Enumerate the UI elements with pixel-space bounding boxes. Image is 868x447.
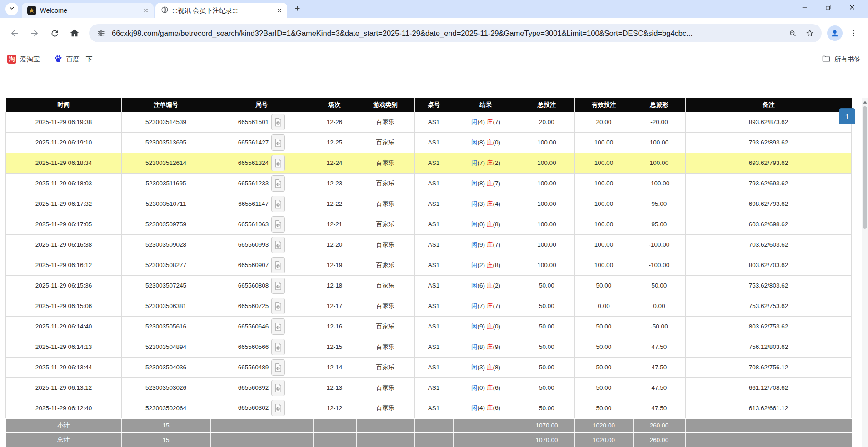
cell-total-bet[interactable]: 50.00	[519, 377, 575, 398]
cell-total-bet[interactable]: 50.00	[519, 296, 575, 316]
video-replay-button[interactable]	[271, 155, 285, 171]
home-button[interactable]	[65, 24, 84, 42]
cell-total-bet[interactable]: 100.00	[519, 194, 575, 214]
table-row[interactable]: 2025-11-29 06:12:40 523003502064 6655603…	[6, 398, 852, 418]
cell-valid-bet: 20.00	[575, 112, 633, 132]
cell-total-bet[interactable]: 100.00	[519, 132, 575, 153]
cell-game-type: 百家乐	[356, 357, 415, 377]
table-row[interactable]: 2025-11-29 06:13:44 523003504036 6655604…	[6, 357, 852, 377]
cell-total-bet[interactable]: 100.00	[519, 214, 575, 234]
table-row[interactable]: 2025-11-29 06:14:40 523003505616 6655606…	[6, 316, 852, 337]
table-row[interactable]: 2025-11-29 06:17:32 523003510711 6655611…	[6, 194, 852, 214]
video-replay-button[interactable]	[271, 134, 285, 151]
cell-total-bet[interactable]: 100.00	[519, 153, 575, 173]
table-row[interactable]: 2025-11-29 06:16:38 523003509028 6655609…	[6, 234, 852, 255]
cell-session: 12-12	[313, 398, 356, 418]
bookmark-star-icon[interactable]	[803, 27, 816, 40]
video-replay-button[interactable]	[271, 216, 285, 233]
tab-search-button[interactable]	[5, 3, 18, 15]
address-bar[interactable]: 66cxkj98.com/game/betrecord_search/kind3…	[89, 24, 822, 42]
bookmark-baidu[interactable]: 百度一下	[54, 54, 93, 65]
table-row[interactable]: 2025-11-29 06:17:05 523003509759 6655610…	[6, 214, 852, 234]
video-replay-button[interactable]	[271, 380, 285, 396]
cell-table-id: AS1	[415, 132, 453, 153]
cell-total-bet[interactable]: 100.00	[519, 255, 575, 275]
cell-total-bet[interactable]: 50.00	[519, 316, 575, 337]
table-row[interactable]: 2025-11-29 06:19:38 523003514539 6655615…	[6, 112, 852, 132]
scroll-up-icon[interactable]	[862, 99, 868, 105]
cell-table-id: AS1	[415, 112, 453, 132]
video-replay-button[interactable]	[271, 298, 285, 314]
cell-round-id: 665561324	[210, 153, 313, 173]
table-row[interactable]: 2025-11-29 06:18:34 523003512614 6655613…	[6, 153, 852, 173]
cell-time: 2025-11-29 06:17:32	[6, 194, 122, 214]
back-button[interactable]	[5, 24, 24, 42]
cell-session: 12-18	[313, 275, 356, 296]
table-row[interactable]: 2025-11-29 06:14:13 523003504894 6655605…	[6, 337, 852, 357]
video-replay-button[interactable]	[271, 278, 285, 294]
video-replay-button[interactable]	[271, 339, 285, 355]
site-info-icon[interactable]	[95, 27, 107, 40]
video-file-icon	[274, 383, 282, 392]
divider	[816, 54, 816, 64]
scrollbar[interactable]	[862, 98, 868, 447]
browser-menu-button[interactable]	[844, 24, 863, 42]
cell-total-bet[interactable]: 50.00	[519, 357, 575, 377]
cell-game-type: 百家乐	[356, 173, 415, 194]
zoom-icon[interactable]	[786, 27, 799, 40]
video-replay-button[interactable]	[271, 400, 285, 416]
video-replay-button[interactable]	[271, 257, 285, 273]
close-tab-icon[interactable]	[275, 6, 284, 15]
table-row[interactable]: 2025-11-29 06:13:12 523003503026 6655603…	[6, 377, 852, 398]
video-replay-button[interactable]	[271, 196, 285, 212]
cell-payout: 47.50	[633, 398, 686, 418]
url-text[interactable]: 66cxkj98.com/game/betrecord_search/kind3…	[112, 29, 782, 38]
table-row[interactable]: 2025-11-29 06:16:12 523003508277 6655609…	[6, 255, 852, 275]
cell-table-id: AS1	[415, 275, 453, 296]
cell-valid-bet: 100.00	[575, 153, 633, 173]
result-banker: 庄(2)	[487, 282, 500, 289]
cell-total-bet[interactable]: 50.00	[519, 398, 575, 418]
new-tab-button[interactable]	[291, 3, 304, 15]
minimize-icon[interactable]	[800, 2, 810, 12]
tab-welcome[interactable]: Welcome	[22, 3, 154, 18]
bookmark-taobao[interactable]: 淘 爱淘宝	[7, 55, 40, 64]
column-header: 局号	[210, 98, 313, 112]
reload-button[interactable]	[45, 24, 64, 42]
close-window-icon[interactable]	[847, 2, 857, 12]
table-row[interactable]: 2025-11-29 06:15:06 523003506381 6655607…	[6, 296, 852, 316]
cell-total-bet[interactable]: 50.00	[519, 275, 575, 296]
table-row[interactable]: 2025-11-29 06:18:03 523003511695 6655612…	[6, 173, 852, 194]
video-replay-button[interactable]	[271, 175, 285, 192]
cell-table-id: AS1	[415, 337, 453, 357]
cell-total-bet[interactable]: 100.00	[519, 234, 575, 255]
cell-result: 闲(3)庄(8)	[453, 357, 519, 377]
cell-total-bet[interactable]: 50.00	[519, 337, 575, 357]
result-player: 闲(8)	[471, 139, 485, 146]
table-row[interactable]: 2025-11-29 06:15:36 523003507245 6655608…	[6, 275, 852, 296]
pagination: 1	[839, 108, 855, 124]
video-replay-button[interactable]	[271, 359, 285, 376]
bet-records-table: 时间注单编号局号场次游戏类别桌号结果总投注有效投注总派彩备注 2025-11-2…	[5, 98, 852, 447]
subtotal-row: 小计 15 1070.00 1020.00 260.00	[6, 418, 852, 432]
result-banker: 庄(7)	[487, 180, 500, 187]
tab-bet-records[interactable]: :::视讯 会员下注纪录:::	[155, 3, 287, 18]
cell-payout: 100.00	[633, 153, 686, 173]
scrollbar-thumb[interactable]	[863, 106, 867, 229]
profile-avatar[interactable]	[827, 25, 843, 41]
cell-total-bet[interactable]: 20.00	[519, 112, 575, 132]
forward-button[interactable]	[25, 24, 44, 42]
cell-bet-id: 523003505616	[122, 316, 210, 337]
chevron-down-icon	[8, 5, 15, 14]
video-replay-button[interactable]	[271, 318, 285, 335]
page-1-button[interactable]: 1	[839, 108, 855, 124]
close-tab-icon[interactable]	[142, 6, 150, 15]
cell-total-bet[interactable]: 100.00	[519, 173, 575, 194]
restore-icon[interactable]	[823, 2, 833, 12]
cell-game-type: 百家乐	[356, 153, 415, 173]
all-bookmarks-button[interactable]: 所有书签	[822, 54, 861, 65]
video-replay-button[interactable]	[271, 114, 285, 130]
result-banker: 庄(8)	[487, 364, 500, 371]
table-row[interactable]: 2025-11-29 06:19:10 523003513695 6655614…	[6, 132, 852, 153]
video-replay-button[interactable]	[271, 237, 285, 253]
